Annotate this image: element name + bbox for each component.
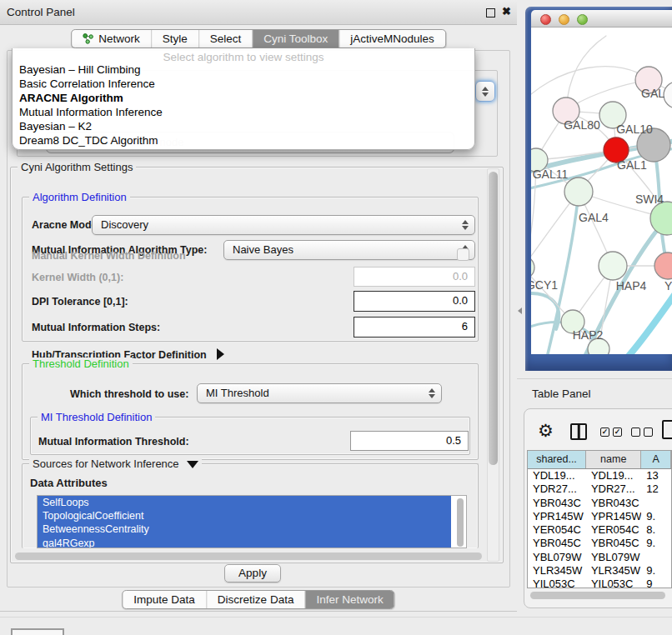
aracne-mode-select[interactable]: Discovery — [92, 215, 475, 235]
network-node[interactable] — [599, 252, 627, 280]
mi-type-value: Naive Bayes — [233, 243, 293, 256]
algorithm-option[interactable]: Bayesian – Hill Climbing — [13, 62, 474, 77]
zoom-traffic-light-icon[interactable] — [577, 14, 588, 25]
scrollbar-thumb[interactable] — [489, 172, 498, 465]
table-cell: YDR27... — [586, 482, 641, 496]
network-edge[interactable] — [531, 67, 649, 111]
kernel-width-field[interactable]: 0.0 — [354, 267, 475, 287]
which-threshold-value: MI Threshold — [206, 387, 269, 399]
algorithm-option[interactable]: Mutual Information Inference — [13, 105, 474, 119]
algorithm-combobox-button[interactable] — [475, 81, 495, 102]
table-row[interactable]: YBL079WYBL079W — [528, 551, 671, 564]
network-graph[interactable]: GALGAL80GAL10GAL1GAL11SWI4GAL4GCY1HAP4YH… — [531, 28, 672, 354]
table-horizontal-scrollbar[interactable] — [529, 591, 672, 600]
aracne-mode-label: Aracne Mode: — [32, 219, 101, 231]
select-all-columns-icon[interactable]: ✓✓ — [600, 428, 622, 437]
settings-horizontal-scrollbar[interactable] — [15, 552, 482, 560]
network-node[interactable] — [664, 82, 672, 108]
splitter-collapse-icon[interactable] — [518, 308, 522, 314]
column-header[interactable]: shared... — [528, 451, 586, 468]
tab-network[interactable]: Network — [72, 30, 152, 48]
mi-type-select[interactable]: Naive Bayes — [223, 240, 475, 260]
unselect-all-columns-icon[interactable] — [631, 428, 653, 437]
close-traffic-light-icon[interactable] — [540, 14, 551, 25]
attribute-list-item[interactable]: BetweennessCentrality — [38, 522, 451, 536]
table-cell: 8. — [641, 523, 671, 537]
tab-discretize-data[interactable]: Discretize Data — [207, 591, 306, 608]
mi-steps-label: Mutual Information Steps: — [32, 322, 160, 333]
network-canvas[interactable]: GALGAL80GAL10GAL1GAL11SWI4GAL4GCY1HAP4YH… — [531, 28, 672, 354]
control-panel-titlebar: Control Panel ✖ — [0, 0, 517, 25]
network-window-titlebar[interactable] — [531, 10, 672, 28]
table-cell: YLR345W — [586, 564, 641, 578]
table-row[interactable]: YBR043CYBR043C — [528, 497, 671, 510]
which-threshold-select[interactable]: MI Threshold — [197, 383, 442, 403]
gear-icon[interactable]: ⚙ — [538, 421, 554, 441]
table-cell: YER054C — [586, 523, 641, 537]
apply-button[interactable]: Apply — [224, 564, 281, 582]
table-cell: YDR27... — [528, 482, 586, 496]
table-row[interactable]: YIL053CYIL053C9 — [528, 578, 671, 588]
attribute-list-item[interactable]: TopologicalCoefficient — [38, 509, 451, 522]
table-row[interactable]: YDR27...YDR27...12 — [528, 482, 671, 496]
node-table[interactable]: shared...nameA YDL19...YDL19...13YDR27..… — [527, 450, 672, 588]
node-label: GAL11 — [533, 168, 569, 181]
node-label: GAL4 — [579, 211, 609, 224]
tab-cyni-toolbox[interactable]: Cyni Toolbox — [253, 30, 339, 48]
table-cell: YBR043C — [586, 497, 641, 510]
table-row[interactable]: YDL19...YDL19...13 — [528, 469, 671, 482]
node-label: GCY1 — [531, 278, 558, 292]
function-builder-icon[interactable] — [662, 420, 672, 439]
algorithm-option[interactable]: ARACNE Algorithm — [13, 91, 474, 105]
attribute-list-item[interactable]: gal4RGexp — [38, 537, 451, 548]
network-node[interactable] — [564, 178, 593, 206]
table-cell — [641, 551, 671, 564]
manual-kernel-label: Manual Kernel Width Definition — [32, 250, 186, 262]
settings-group-legend: Cyni Algorithm Settings — [18, 161, 136, 173]
node-label: GAL1 — [617, 158, 647, 172]
sources-legend[interactable]: Sources for Network Inference — [29, 458, 202, 470]
network-node[interactable] — [654, 252, 672, 279]
table-cell: YIL053C — [528, 578, 586, 588]
table-cell: YDL19... — [528, 469, 586, 482]
column-header[interactable]: name — [586, 451, 641, 468]
node-label: GAL80 — [564, 118, 600, 132]
table-header-row: shared...nameA — [528, 451, 671, 469]
float-window-icon[interactable] — [486, 8, 495, 18]
table-cell: YER054C — [528, 523, 586, 537]
table-row[interactable]: YLR345WYLR345W9. — [528, 564, 671, 578]
columns-icon[interactable] — [570, 423, 587, 440]
horizontal-divider — [0, 617, 672, 618]
minimize-traffic-light-icon[interactable] — [559, 14, 569, 25]
table-cell: YBR045C — [528, 537, 586, 550]
list-scrollbar[interactable] — [457, 498, 464, 547]
mi-steps-field[interactable]: 6 — [354, 317, 475, 338]
node-label: GAL — [641, 87, 664, 100]
table-row[interactable]: YER054CYER054C8. — [528, 523, 671, 537]
table-row[interactable]: YPR145WYPR145W9. — [528, 510, 671, 523]
settings-vertical-scrollbar[interactable] — [487, 168, 499, 562]
tab-select[interactable]: Select — [199, 30, 253, 48]
table-row[interactable]: YBR045CYBR045C9. — [528, 537, 671, 550]
table-cell: 9 — [641, 578, 671, 588]
algorithm-option[interactable]: Dream8 DC_TDC Algorithm — [13, 133, 474, 148]
close-icon[interactable]: ✖ — [502, 5, 511, 18]
combo-arrows-icon — [462, 220, 469, 230]
algorithm-option[interactable]: Basic Correlation Inference — [13, 77, 474, 91]
network-node[interactable] — [531, 256, 534, 279]
sources-legend-label: Sources for Network Inference — [33, 458, 179, 470]
tab-style[interactable]: Style — [152, 30, 199, 48]
dpi-tolerance-field[interactable]: 0.0 — [354, 291, 475, 312]
column-header[interactable]: A — [641, 451, 671, 468]
data-attributes-list[interactable]: SelfLoopsTopologicalCoefficientBetweenne… — [37, 495, 467, 548]
tab-infer-network[interactable]: Infer Network — [305, 591, 394, 608]
minimized-panel-stub — [11, 628, 64, 635]
mi-threshold-field[interactable]: 0.5 — [350, 431, 469, 451]
network-node[interactable] — [650, 202, 672, 235]
manual-kernel-checkbox[interactable] — [457, 248, 469, 261]
tab-jactivemnodules[interactable]: jActiveMNodules — [339, 30, 445, 48]
attribute-list-item[interactable]: SelfLoops — [38, 496, 451, 509]
algorithm-option[interactable]: Bayesian – K2 — [13, 119, 474, 133]
bottom-tab-bar: Impute Data Discretize Data Infer Networ… — [122, 590, 394, 609]
tab-impute-data[interactable]: Impute Data — [123, 591, 207, 608]
